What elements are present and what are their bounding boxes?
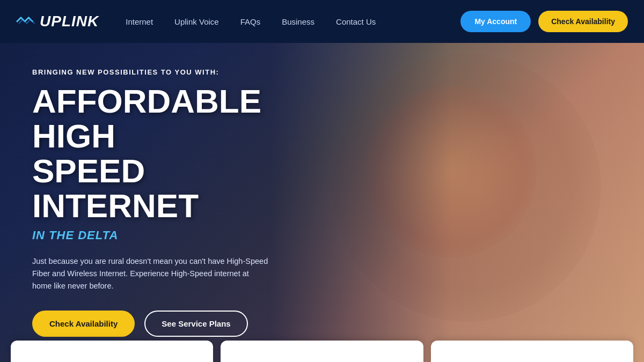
hero-content: Bringing New Possibilities To You With: … — [0, 43, 301, 362]
check-availability-hero-button[interactable]: Check Availability — [32, 311, 135, 337]
navbar: UPLINK Internet Uplink Voice FAQs Busine… — [0, 0, 644, 43]
nav-link-contact-us[interactable]: Contact Us — [336, 17, 376, 26]
nav-links: Internet Uplink Voice FAQs Business Cont… — [126, 17, 460, 26]
bottom-card-2 — [221, 341, 423, 362]
logo[interactable]: UPLINK — [16, 13, 99, 30]
nav-link-internet[interactable]: Internet — [126, 17, 153, 26]
check-availability-nav-button[interactable]: Check Availability — [538, 11, 628, 32]
my-account-button[interactable]: My Account — [460, 11, 531, 32]
nav-link-uplink-voice[interactable]: Uplink Voice — [174, 17, 219, 26]
hero-tagline: In The Delta — [32, 228, 268, 242]
hero-subtitle: Bringing New Possibilities To You With: — [32, 68, 268, 76]
nav-actions: My Account Check Availability — [460, 11, 628, 32]
hero-title-line1: Affordable High — [32, 83, 261, 154]
logo-text: UPLINK — [40, 13, 99, 30]
see-service-plans-button[interactable]: See Service Plans — [144, 311, 247, 337]
nav-link-faqs[interactable]: FAQs — [240, 17, 261, 26]
hero-title: Affordable High Speed Internet — [32, 84, 268, 223]
hero-title-line2: Speed Internet — [32, 152, 199, 224]
bottom-card-1 — [11, 341, 213, 362]
hero-section: Bringing New Possibilities To You With: … — [0, 43, 644, 362]
hero-buttons: Check Availability See Service Plans — [32, 311, 268, 337]
bottom-card-3 — [431, 341, 633, 362]
hero-description: Just because you are rural doesn't mean … — [32, 255, 268, 293]
nav-link-business[interactable]: Business — [282, 17, 314, 26]
bottom-cards-row — [0, 341, 644, 362]
